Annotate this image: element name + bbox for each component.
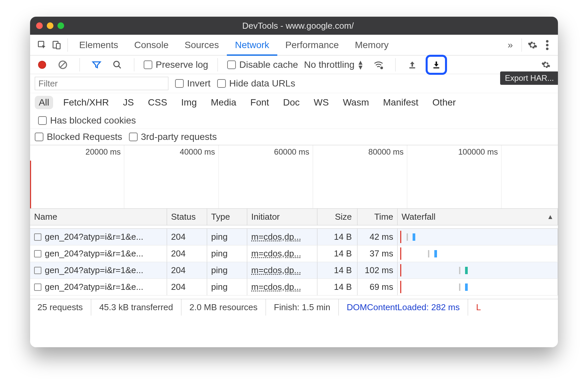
cell-waterfall (398, 262, 558, 278)
table-row[interactable]: gen_204?atyp=i&r=1&e...204pingm=cdos,dp.… (30, 279, 558, 296)
file-icon (34, 267, 41, 274)
timeline-overview[interactable]: 20000 ms40000 ms60000 ms80000 ms100000 m… (30, 145, 558, 209)
window-title: DevTools - www.google.com/ (64, 21, 532, 31)
blocked-requests-checkbox[interactable]: Blocked Requests (35, 132, 122, 142)
svg-rect-2 (56, 43, 60, 49)
import-har-icon[interactable] (405, 57, 420, 72)
cell-name: gen_204?atyp=i&r=1&e... (45, 265, 143, 275)
record-button[interactable] (35, 57, 49, 72)
table-row[interactable]: gen_204?atyp=i&r=1&e...204pingm=cdos,dp.… (30, 229, 558, 245)
table-header: Name Status Type Initiator Size Time Wat… (30, 209, 558, 225)
file-icon (34, 250, 41, 257)
tab-memory[interactable]: Memory (347, 34, 397, 56)
type-chip-font[interactable]: Font (246, 96, 273, 109)
col-type[interactable]: Type (207, 209, 247, 225)
extra-filter-row: Blocked Requests 3rd-party requests (30, 129, 558, 145)
disable-cache-checkbox[interactable]: Disable cache (227, 59, 298, 70)
third-party-checkbox[interactable]: 3rd-party requests (129, 132, 217, 142)
svg-point-5 (546, 47, 549, 50)
clear-icon[interactable] (55, 57, 70, 72)
type-chip-other[interactable]: Other (428, 96, 460, 109)
timeline-tick: 100000 ms (458, 147, 498, 157)
inspect-element-icon[interactable] (35, 38, 49, 52)
cell-size: 14 B (317, 279, 357, 295)
cell-type: ping (207, 229, 247, 245)
cell-size: 14 B (317, 262, 357, 278)
type-chip-all[interactable]: All (35, 96, 53, 109)
cell-initiator[interactable]: m=cdos,dp... (251, 282, 301, 292)
svg-rect-11 (409, 67, 415, 68)
col-waterfall[interactable]: Waterfall▲ (398, 209, 558, 225)
cell-waterfall (398, 245, 558, 262)
table-row[interactable]: gen_204?atyp=i&r=1&e...204pingm=cdos,dp.… (30, 245, 558, 262)
cell-size: 14 B (317, 229, 357, 245)
col-time[interactable]: Time (357, 209, 398, 225)
search-icon[interactable] (110, 57, 125, 72)
col-status[interactable]: Status (167, 209, 207, 225)
type-chip-fetchxhr[interactable]: Fetch/XHR (59, 96, 113, 109)
cell-status: 204 (167, 262, 207, 278)
filter-input[interactable] (35, 77, 168, 90)
timeline-tick: 20000 ms (86, 147, 121, 157)
third-party-label: 3rd-party requests (141, 132, 217, 142)
type-chip-js[interactable]: JS (119, 96, 138, 109)
network-toolbar: Preserve log Disable cache No throttling… (30, 55, 558, 74)
panel-settings-icon[interactable] (539, 57, 553, 72)
cell-name: gen_204?atyp=i&r=1&e... (45, 232, 143, 242)
cell-status: 204 (167, 245, 207, 262)
status-finish: Finish: 1.5 min (266, 299, 339, 316)
preserve-log-checkbox[interactable]: Preserve log (144, 59, 208, 70)
file-icon (34, 283, 41, 291)
tab-sources[interactable]: Sources (176, 34, 227, 56)
tab-elements[interactable]: Elements (71, 34, 126, 56)
type-chip-css[interactable]: CSS (144, 96, 171, 109)
filter-icon[interactable] (89, 57, 104, 72)
svg-line-7 (60, 62, 65, 67)
export-har-highlight (426, 55, 447, 75)
more-tabs-icon[interactable]: » (502, 40, 518, 50)
export-har-icon[interactable] (429, 57, 444, 72)
cell-name: gen_204?atyp=i&r=1&e... (45, 282, 143, 292)
type-chip-wasm[interactable]: Wasm (339, 96, 373, 109)
timeline-tick: 80000 ms (369, 147, 404, 157)
svg-point-8 (114, 61, 119, 66)
table-row[interactable] (30, 225, 558, 229)
cell-initiator[interactable]: m=cdos,dp... (251, 265, 301, 275)
type-chip-img[interactable]: Img (177, 96, 201, 109)
filter-row: Invert Hide data URLs (30, 74, 558, 93)
svg-point-4 (546, 44, 549, 46)
col-initiator[interactable]: Initiator (247, 209, 317, 225)
cell-initiator[interactable]: m=cdos,dp... (251, 232, 301, 242)
cell-initiator[interactable]: m=cdos,dp... (251, 248, 301, 259)
has-blocked-cookies-checkbox[interactable]: Has blocked cookies (38, 115, 136, 126)
svg-line-9 (119, 66, 121, 68)
minimize-window-button[interactable] (47, 22, 53, 29)
throttling-select[interactable]: No throttling ▴▾ (304, 59, 365, 70)
type-chip-ws[interactable]: WS (310, 96, 333, 109)
device-toolbar-icon[interactable] (49, 38, 64, 52)
has-blocked-cookies-label: Has blocked cookies (50, 115, 136, 126)
kebab-menu-icon[interactable] (540, 38, 555, 52)
svg-point-10 (380, 66, 383, 69)
cell-waterfall (398, 279, 558, 295)
close-window-button[interactable] (36, 22, 43, 29)
type-chip-doc[interactable]: Doc (279, 96, 304, 109)
status-bar: 25 requests 45.3 kB transferred 2.0 MB r… (30, 299, 558, 316)
file-icon (34, 233, 41, 241)
cell-type: ping (207, 262, 247, 278)
network-conditions-icon[interactable] (371, 57, 386, 72)
tab-network[interactable]: Network (227, 34, 277, 56)
col-name[interactable]: Name (30, 209, 167, 225)
invert-checkbox[interactable]: Invert (175, 78, 210, 89)
cell-size: 14 B (317, 245, 357, 262)
tab-performance[interactable]: Performance (277, 34, 347, 56)
col-size[interactable]: Size (317, 209, 357, 225)
tab-console[interactable]: Console (126, 34, 177, 56)
hide-data-urls-checkbox[interactable]: Hide data URLs (217, 78, 295, 89)
maximize-window-button[interactable] (57, 22, 64, 29)
type-chip-media[interactable]: Media (207, 96, 240, 109)
type-filter-chips: AllFetch/XHRJSCSSImgMediaFontDocWSWasmMa… (30, 93, 558, 129)
settings-icon[interactable] (525, 38, 540, 52)
table-row[interactable]: gen_204?atyp=i&r=1&e...204pingm=cdos,dp.… (30, 262, 558, 279)
type-chip-manifest[interactable]: Manifest (379, 96, 423, 109)
